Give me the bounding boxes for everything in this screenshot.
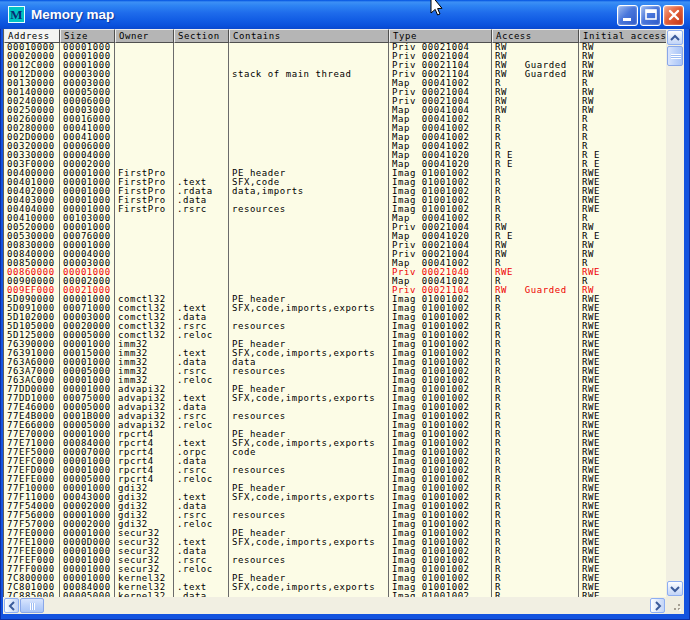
column-header-initial-access[interactable]: Initial access: [579, 29, 666, 43]
table-row[interactable]: 77F5700000002000gdi32.relocImag 01001002…: [4, 520, 666, 529]
cell-section: [174, 340, 229, 349]
vertical-scroll-thumb[interactable]: [667, 46, 683, 66]
table-row[interactable]: 0085000000003000Map 00041002RR: [4, 259, 666, 268]
table-row[interactable]: 77FE000000001000secur32PE headerImag 010…: [4, 529, 666, 538]
resize-grip[interactable]: [666, 597, 684, 614]
table-row[interactable]: 0033000000004000Map 00041020R ER E: [4, 151, 666, 160]
table-row[interactable]: 77EFE00000005000rpcrt4.relocImag 0100100…: [4, 475, 666, 484]
table-row[interactable]: 77E7100000084000rpcrt4.textSFX,code,impo…: [4, 439, 666, 448]
table-row[interactable]: 0012D00000003000stack of main threadPriv…: [4, 70, 666, 79]
cell-address: 7C801000: [4, 583, 60, 592]
horizontal-scroll-thumb[interactable]: [20, 598, 44, 613]
maximize-button[interactable]: [640, 5, 661, 26]
column-header-section[interactable]: Section: [174, 29, 229, 43]
table-row[interactable]: 0001000000001000Priv 00021004RWRW: [4, 43, 666, 52]
table-row[interactable]: 0083000000001000Priv 00021004RWRW: [4, 241, 666, 250]
table-row[interactable]: 7C80000000001000kernel32PE headerImag 01…: [4, 574, 666, 583]
table-row[interactable]: 5D09000000001000comctl32PE headerImag 01…: [4, 295, 666, 304]
table-row[interactable]: 0084000000004000Priv 00021004RWRW: [4, 250, 666, 259]
table-row[interactable]: 763AC00000001000imm32.relocImag 01001002…: [4, 376, 666, 385]
table-row[interactable]: 0053000000076000Map 00041020R ER E: [4, 232, 666, 241]
table-row[interactable]: 77F1100000043000gdi32.textSFX,code,impor…: [4, 493, 666, 502]
table-row[interactable]: 77F5400000002000gdi32.dataImag 01001002R…: [4, 502, 666, 511]
scroll-up-button[interactable]: [667, 30, 683, 45]
table-row[interactable]: 0040100000001000FirstPro.textSFX,codeIma…: [4, 178, 666, 187]
scroll-right-button[interactable]: [650, 598, 665, 613]
column-header-address[interactable]: Address: [4, 29, 60, 43]
table-row[interactable]: 0012C00000001000Priv 00021104RW GuardedR…: [4, 61, 666, 70]
scroll-left-button[interactable]: [4, 598, 19, 613]
table-row[interactable]: 77FF000000001000secur32.relocImag 010010…: [4, 565, 666, 574]
table-row[interactable]: 77FE10000000D000secur32.textSFX,code,imp…: [4, 538, 666, 547]
scroll-down-button[interactable]: [667, 581, 683, 596]
cell-access: RW: [492, 43, 579, 52]
table-row[interactable]: 77DD000000001000advapi32PE headerImag 01…: [4, 385, 666, 394]
table-row[interactable]: 0026000000016000Map 00041002RR: [4, 115, 666, 124]
vertical-scrollbar[interactable]: [666, 29, 684, 597]
table-row[interactable]: 002D000000041000Map 00041002RR: [4, 133, 666, 142]
cell-initial-access: RWE: [579, 322, 666, 331]
table-row[interactable]: 0028000000041000Map 00041002RR: [4, 124, 666, 133]
cell-type: Imag 01001002: [389, 367, 492, 376]
column-header-owner[interactable]: Owner: [115, 29, 174, 43]
table-row[interactable]: 0025000000003000Map 00041004RWRW: [4, 106, 666, 115]
table-row[interactable]: 77FEF00000001000secur32.rsrcresourcesIma…: [4, 556, 666, 565]
table-row[interactable]: 0090000000002000Map 00041002RR: [4, 277, 666, 286]
table-row[interactable]: 009EF00000021000Priv 00021104RW GuardedR…: [4, 286, 666, 295]
table-row[interactable]: 77EFC00000001000rpcrt4.dataImag 01001002…: [4, 457, 666, 466]
cell-initial-access: RWE: [579, 412, 666, 421]
table-row[interactable]: 7639000000001000imm32PE headerImag 01001…: [4, 340, 666, 349]
cell-type: Imag 01001002: [389, 457, 492, 466]
table-row[interactable]: 0086000000001000Priv 00021040RWERWE: [4, 268, 666, 277]
table-row[interactable]: 7639100000015000imm32.textSFX,code,impor…: [4, 349, 666, 358]
cell-type: Imag 01001002: [389, 547, 492, 556]
table-row[interactable]: 763A600000001000imm32.datadataImag 01001…: [4, 358, 666, 367]
table-row[interactable]: 0002000000001000Priv 00021004RWRW: [4, 52, 666, 61]
table-row[interactable]: 0041000000103000Map 00041002RR: [4, 214, 666, 223]
minimize-button[interactable]: [617, 5, 638, 26]
cell-initial-access: RWE: [579, 367, 666, 376]
titlebar[interactable]: M Memory map: [0, 0, 690, 29]
table-row[interactable]: 763A700000005000imm32.rsrcresourcesImag …: [4, 367, 666, 376]
table-row[interactable]: 5D12500000005000comctl32.relocImag 01001…: [4, 331, 666, 340]
cell-access: RW: [492, 223, 579, 232]
cell-contains: resources: [229, 412, 389, 421]
cell-size: 00006000: [60, 97, 115, 106]
table-row[interactable]: 0040200000001000FirstPro.rdatadata,impor…: [4, 187, 666, 196]
table-row[interactable]: 003F000000002000Map 00041020R ER E: [4, 160, 666, 169]
horizontal-scrollbar[interactable]: [3, 597, 666, 614]
table-row[interactable]: 77E4600000005000advapi32.dataImag 010010…: [4, 403, 666, 412]
table-row[interactable]: 7C80100000084000kernel32.textSFX,code,im…: [4, 583, 666, 592]
table-row[interactable]: 5D10500000020000comctl32.rsrcresourcesIm…: [4, 322, 666, 331]
column-header-type[interactable]: Type: [389, 29, 492, 43]
cell-section: .rsrc: [174, 322, 229, 331]
close-button[interactable]: [663, 5, 684, 26]
table-row[interactable]: 77EFD00000001000rpcrt4.rsrcresourcesImag…: [4, 466, 666, 475]
table-row[interactable]: 77EF500000007000rpcrt4.orpccodeImag 0100…: [4, 448, 666, 457]
table-row[interactable]: 0024000000006000Priv 00021004RWRW: [4, 97, 666, 106]
column-header-contains[interactable]: Contains: [229, 29, 389, 43]
table-row[interactable]: 77F1000000001000gdi32PE headerImag 01001…: [4, 484, 666, 493]
table-row[interactable]: 77F5600000001000gdi32.rsrcresourcesImag …: [4, 511, 666, 520]
table-row[interactable]: 77E6600000005000advapi32.relocImag 01001…: [4, 421, 666, 430]
table-row[interactable]: 0040300000001000FirstPro.dataImag 010010…: [4, 196, 666, 205]
table-row[interactable]: 0013000000003000Map 00041002RR: [4, 79, 666, 88]
table-row[interactable]: 0052000000001000Priv 00021004RWRW: [4, 223, 666, 232]
table-row[interactable]: 77FEE00000001000secur32.dataImag 0100100…: [4, 547, 666, 556]
cell-size: 0001B000: [60, 412, 115, 421]
column-header-size[interactable]: Size: [60, 29, 115, 43]
cell-type: Map 00041002: [389, 79, 492, 88]
table-row[interactable]: 77E4B0000001B000advapi32.rsrcresourcesIm…: [4, 412, 666, 421]
cell-size: 00001000: [60, 52, 115, 61]
table-row[interactable]: 0014000000005000Priv 00021004RWRW: [4, 88, 666, 97]
table-row[interactable]: 77DD100000075000advapi32.textSFX,code,im…: [4, 394, 666, 403]
table-row[interactable]: 0032000000006000Map 00041002RR: [4, 142, 666, 151]
cell-type: Priv 00021004: [389, 250, 492, 259]
column-header-access[interactable]: Access: [492, 29, 579, 43]
cell-address: 00830000: [4, 241, 60, 250]
table-row[interactable]: 5D09100000071000comctl32.textSFX,code,im…: [4, 304, 666, 313]
table-row[interactable]: 77E7000000001000rpcrt4PE headerImag 0100…: [4, 430, 666, 439]
table-row[interactable]: 5D10200000003000comctl32.dataImag 010010…: [4, 313, 666, 322]
table-row[interactable]: 0040400000001000FirstPro.rsrcresourcesIm…: [4, 205, 666, 214]
table-row[interactable]: 0040000000001000FirstProPE headerImag 01…: [4, 169, 666, 178]
